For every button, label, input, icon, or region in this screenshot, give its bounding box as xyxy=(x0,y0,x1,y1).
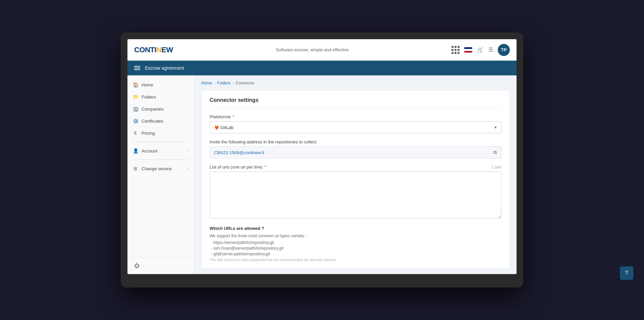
sidebar-label-account: Account xyxy=(142,148,157,153)
nav-bar: Escrow agreement xyxy=(127,61,517,75)
sidebar-item-pricing[interactable]: € Pricing xyxy=(127,127,194,139)
certificates-icon: ⚙️ xyxy=(133,118,138,124)
form-card: Connector settings Plateforme * 🦊 GitLab… xyxy=(201,90,510,269)
invite-label: Invite the following address in the repo… xyxy=(210,139,501,144)
sidebar-label-pricing: Pricing xyxy=(142,131,155,136)
platform-label: Plateforme * xyxy=(210,114,501,119)
platform-select[interactable]: 🦊 GitLab GitHub Bitbucket xyxy=(210,121,501,133)
urls-label: List of urls (one url per line) * xyxy=(210,165,266,170)
apps-grid-icon[interactable] xyxy=(451,46,460,54)
breadcrumb-sep-1: › xyxy=(214,81,215,85)
url-type-2: - ssh://user@server/path/to/repository.g… xyxy=(210,246,501,251)
sidebar-item-companies[interactable]: 🏢 Companies xyxy=(127,103,194,115)
logo: CONTINEW xyxy=(134,46,173,54)
cart-icon[interactable]: 🛒 xyxy=(477,47,484,53)
allowed-urls-desc: We support the three most common url typ… xyxy=(210,234,501,238)
copy-button[interactable]: ⧉ xyxy=(489,146,501,158)
invite-field-wrap: ⧉ xyxy=(210,146,501,158)
sidebar: 🏠 Home 📁 Folders 🏢 Companies ⚙️ Certific… xyxy=(127,75,195,274)
home-icon: 🏠 xyxy=(133,82,138,87)
folders-icon: 📁 xyxy=(133,94,138,100)
breadcrumb-folders[interactable]: Folders xyxy=(217,81,230,85)
logo-text: CONTINEW xyxy=(134,46,173,54)
form-card-title: Connector settings xyxy=(210,97,501,108)
urls-textarea[interactable] xyxy=(210,172,501,218)
avatar[interactable]: TP xyxy=(498,44,510,56)
content-area: Home › Folders › Connector Connector set… xyxy=(195,75,517,274)
breadcrumb-current: Connector xyxy=(236,81,254,85)
allowed-urls-title: Which URLs are allowed ? xyxy=(210,226,501,231)
main-layout: 🏠 Home 📁 Folders 🏢 Companies ⚙️ Certific… xyxy=(127,75,517,274)
invite-form-group: Invite the following address in the repo… xyxy=(210,139,501,158)
urls-form-group: List of urls (one url per line) * 1 urls xyxy=(210,165,501,220)
sidebar-label-home: Home xyxy=(142,82,153,87)
tagline: Software escrow, simple and effective xyxy=(276,47,348,52)
change-service-item-left: ⊞ Change service xyxy=(133,166,172,171)
top-bar: CONTINEW Software escrow, simple and eff… xyxy=(127,39,517,61)
change-service-arrow-icon: › xyxy=(187,167,189,171)
platform-form-group: Plateforme * 🦊 GitLab GitHub Bitbucket ▼ xyxy=(210,114,501,133)
sidebar-label-folders: Folders xyxy=(142,94,156,100)
sidebar-item-change-service[interactable]: ⊞ Change service › xyxy=(127,163,194,175)
sidebar-item-folders[interactable]: 📁 Folders xyxy=(127,91,194,103)
platform-required: * xyxy=(233,114,234,119)
pricing-icon: € xyxy=(133,130,138,136)
change-service-icon: ⊞ xyxy=(133,166,138,171)
sidebar-divider-1 xyxy=(133,142,189,142)
url-type-1: - https://server/path/to/repository.git xyxy=(210,240,501,245)
invite-field[interactable] xyxy=(210,146,501,158)
copy-icon: ⧉ xyxy=(494,150,497,155)
platform-select-wrap: 🦊 GitLab GitHub Bitbucket ▼ xyxy=(210,121,501,133)
top-right-actions: 🛒 ☰ TP xyxy=(451,44,510,56)
hamburger-menu[interactable] xyxy=(133,65,142,71)
sidebar-label-certificates: Certificates xyxy=(142,119,163,124)
account-item-left: 👤 Account xyxy=(133,148,157,153)
urls-required: * xyxy=(264,165,266,170)
url-info: Which URLs are allowed ? We support the … xyxy=(210,226,501,262)
companies-icon: 🏢 xyxy=(133,106,138,112)
url-type-3: - git@server.path/to/repository.git xyxy=(210,252,501,256)
sidebar-item-certificates[interactable]: ⚙️ Certificates xyxy=(127,115,194,127)
sidebar-item-account[interactable]: 👤 Account › xyxy=(127,145,194,157)
breadcrumb: Home › Folders › Connector xyxy=(201,81,510,85)
stack-icon[interactable]: ☰ xyxy=(488,47,493,53)
breadcrumb-home[interactable]: Home xyxy=(201,81,212,85)
sidebar-item-home[interactable]: 🏠 Home xyxy=(127,79,194,91)
url-count: 1 urls xyxy=(492,165,501,170)
url-note: The http protocol is also supported but … xyxy=(210,258,501,262)
breadcrumb-sep-2: › xyxy=(232,81,233,85)
sidebar-label-companies: Companies xyxy=(142,107,164,112)
language-flag-icon[interactable] xyxy=(464,47,472,53)
power-button[interactable]: ⏻ xyxy=(133,261,141,270)
account-arrow-icon: › xyxy=(187,149,189,153)
sidebar-label-change-service: Change service xyxy=(142,166,172,171)
sidebar-divider-2 xyxy=(133,159,189,160)
nav-title: Escrow agreement xyxy=(145,65,184,71)
sidebar-nav: 🏠 Home 📁 Folders 🏢 Companies ⚙️ Certific… xyxy=(127,79,194,257)
sidebar-bottom: ⏻ xyxy=(127,257,194,274)
account-icon: 👤 xyxy=(133,148,138,153)
